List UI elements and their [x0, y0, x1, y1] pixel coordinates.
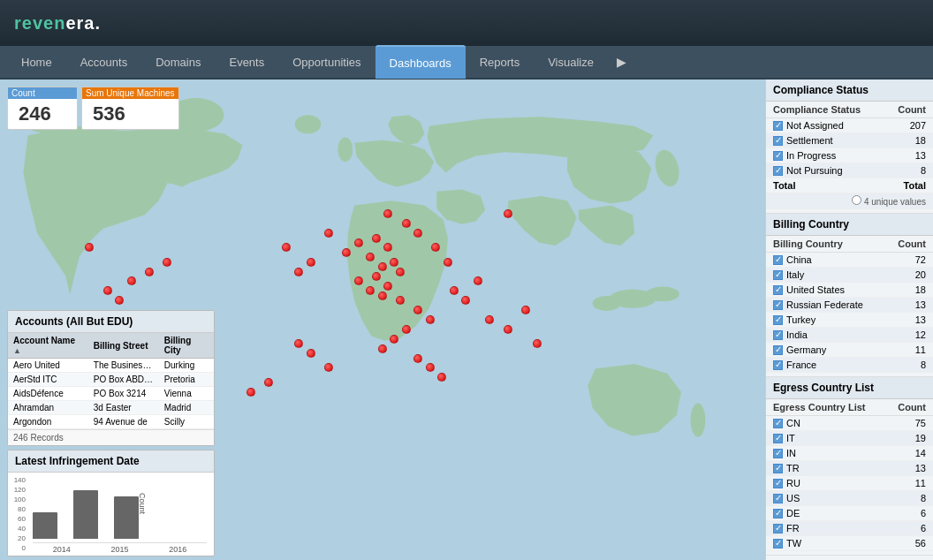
nav-home[interactable]: Home — [7, 45, 66, 79]
egress-label: TW — [766, 536, 885, 551]
list-item[interactable]: Italy20 — [766, 268, 933, 283]
egress-count: 13 — [885, 461, 933, 476]
nav-opportunities[interactable]: Opportunities — [278, 45, 375, 79]
chart-bar[interactable] — [73, 490, 98, 539]
egress-count: 6 — [885, 506, 933, 521]
chart-y-axis: 140120100806040200 — [8, 473, 26, 556]
list-item[interactable]: CN75 — [766, 416, 933, 431]
count-value: 246 — [19, 102, 66, 125]
egress-count: 19 — [885, 431, 933, 446]
chart-bar[interactable] — [33, 512, 57, 539]
list-item[interactable]: In Progress13 — [766, 148, 933, 163]
compliance-count: 207 — [884, 118, 933, 133]
chart-x-labels: 201420152016 — [33, 542, 207, 556]
nav-more-button[interactable]: ▶ — [608, 49, 635, 74]
compliance-label: Settlement — [766, 133, 884, 148]
egress-label: FR — [766, 521, 885, 536]
nav-accounts[interactable]: Accounts — [66, 45, 141, 79]
svg-point-7 — [593, 296, 621, 311]
list-item[interactable]: Settlement18 — [766, 133, 933, 148]
list-item[interactable]: United States18 — [766, 283, 933, 298]
list-item[interactable]: RU11 — [766, 476, 933, 491]
billing-col2: Count — [884, 236, 933, 253]
total-row: TotalTotal — [766, 178, 933, 193]
billing-label: United States — [766, 283, 884, 298]
compliance-table: Compliance Status Count Not Assigned207S… — [766, 102, 933, 209]
table-row[interactable]: AerStd ITCPO Box ABDE VanPretoria — [8, 373, 214, 387]
nav-visualize[interactable]: Visualize — [534, 45, 608, 79]
account-name: AidsDéfence — [8, 387, 88, 401]
account-name: Argondon — [8, 415, 88, 429]
list-item[interactable]: Not Pursuing8 — [766, 163, 933, 178]
egress-label: IT — [766, 431, 885, 446]
egress-label: RU — [766, 476, 885, 491]
egress-count: 56 — [885, 536, 933, 551]
sum-stat-box: Sum Unique Machines 536 — [81, 87, 179, 130]
list-item[interactable]: Turkey13 — [766, 313, 933, 328]
billing-street: 3d Easter — [88, 401, 159, 415]
egress-label: CN — [766, 416, 885, 431]
list-item[interactable]: US8 — [766, 491, 933, 506]
egress-col1: Egress Country List — [766, 399, 885, 416]
billing-count: 13 — [884, 298, 933, 313]
compliance-col1: Compliance Status — [766, 102, 884, 118]
nav-reports[interactable]: Reports — [466, 45, 535, 79]
billing-count: 20 — [884, 268, 933, 283]
billing-street: 94 Avenue de — [88, 415, 159, 429]
compliance-col2: Count — [884, 102, 933, 118]
billing-city: Madrid — [159, 401, 214, 415]
list-item[interactable]: TR13 — [766, 461, 933, 476]
svg-point-4 — [295, 115, 322, 133]
list-item[interactable]: IN14 — [766, 446, 933, 461]
billing-label: Turkey — [766, 313, 884, 328]
egress-label: DE — [766, 506, 885, 521]
list-item[interactable]: India12 — [766, 328, 933, 343]
table-row[interactable]: Ahramdan3d EasterMadrid — [8, 401, 214, 415]
egress-count: 6 — [885, 521, 933, 536]
billing-label: France — [766, 358, 884, 373]
map-area: Count 246 Sum Unique Machines 536 — [0, 79, 765, 560]
svg-point-3 — [691, 403, 706, 436]
table-row[interactable]: Argondon94 Avenue deScilly — [8, 415, 214, 429]
table-row[interactable]: Aero UnitedThe Business CenterDurking — [8, 359, 214, 373]
list-item[interactable]: IT19 — [766, 431, 933, 446]
account-name: AerStd ITC — [8, 373, 88, 387]
nav-domains[interactable]: Domains — [141, 45, 215, 79]
main-content: Count 246 Sum Unique Machines 536 — [0, 79, 933, 560]
list-item[interactable]: France8 — [766, 358, 933, 373]
list-item[interactable]: FR6 — [766, 521, 933, 536]
list-item[interactable]: Not Assigned207 — [766, 118, 933, 133]
billing-count: 8 — [884, 358, 933, 373]
billing-count: 12 — [884, 328, 933, 343]
account-name: Aero United — [8, 359, 88, 373]
list-item[interactable]: Germany11 — [766, 343, 933, 358]
billing-country-section: Billing Country Billing Country Count Ch… — [766, 214, 933, 377]
col-billing-city: Billing City — [159, 333, 214, 359]
total-value: Total — [884, 178, 933, 193]
header: revenera. — [0, 0, 933, 46]
nav-events[interactable]: Events — [215, 45, 278, 79]
billing-count: 13 — [884, 313, 933, 328]
egress-count: 14 — [885, 446, 933, 461]
chart-area: Count — [33, 476, 207, 542]
billing-label: Italy — [766, 268, 884, 283]
billing-street: PO Box ABDE Van — [88, 373, 159, 387]
table-row[interactable]: AidsDéfencePO Box 3214Vienna — [8, 387, 214, 401]
list-item[interactable]: Russian Federate13 — [766, 298, 933, 313]
nav-dashboards[interactable]: Dashboards — [375, 45, 466, 79]
list-item[interactable]: China72 — [766, 253, 933, 268]
billing-label: China — [766, 253, 884, 268]
sum-value: 536 — [93, 102, 168, 125]
accounts-panel-title: Accounts (All But EDU) — [8, 311, 214, 333]
billing-city: Vienna — [159, 387, 214, 401]
chart-bar[interactable] — [114, 496, 139, 539]
logo: revenera. — [14, 13, 101, 34]
infringement-panel: Latest Infringement Date 140120100806040… — [7, 450, 215, 556]
compliance-label: In Progress — [766, 148, 884, 163]
list-item[interactable]: DE6 — [766, 506, 933, 521]
count-label: Count — [8, 87, 77, 99]
total-label: Total — [766, 178, 884, 193]
list-item[interactable]: TW56 — [766, 536, 933, 551]
compliance-count: 13 — [884, 148, 933, 163]
col-account-name[interactable]: Account Name ▲ — [8, 333, 88, 359]
